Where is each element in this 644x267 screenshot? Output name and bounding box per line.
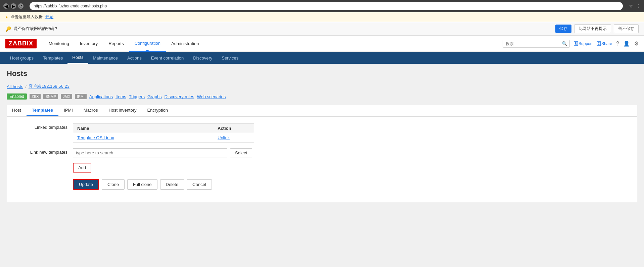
- tab-templates[interactable]: Templates: [27, 105, 58, 116]
- help-button[interactable]: ?: [616, 41, 619, 47]
- tab-ipmi[interactable]: IPMI: [58, 105, 78, 116]
- update-button[interactable]: Update: [73, 179, 99, 190]
- page-content: Hosts All hosts / 客户端192.168.56.23 Enabl…: [0, 64, 644, 232]
- share-icon: 🅉: [597, 41, 601, 46]
- link-new-templates-row: Link new templates Select: [14, 148, 630, 157]
- subnav-templates[interactable]: Templates: [38, 52, 67, 64]
- tab-macros[interactable]: Macros: [78, 105, 103, 116]
- subnav-actions-label: Actions: [127, 55, 142, 61]
- settings-button[interactable]: ⚙: [634, 40, 639, 47]
- subnav-discovery-label: Discovery: [193, 55, 212, 61]
- browser-forward[interactable]: ▶: [11, 3, 16, 9]
- star-icon: ☆: [629, 3, 633, 9]
- no-remind-button[interactable]: 此网站不再提示: [574, 24, 611, 33]
- support-icon: 🅁: [574, 41, 578, 46]
- form-panel: Linked templates Name Action Template OS…: [7, 116, 637, 202]
- subnav-actions[interactable]: Actions: [123, 52, 146, 64]
- fullclone-button[interactable]: Full clone: [127, 179, 157, 190]
- breadcrumb-sep: /: [25, 84, 27, 89]
- browser-icons: ☆ ⋮: [629, 3, 641, 9]
- tip-icon: ●: [5, 15, 8, 20]
- nav-reports[interactable]: Reports: [103, 36, 129, 52]
- link-items[interactable]: Items: [116, 94, 126, 99]
- link-graphs[interactable]: Graphs: [147, 94, 162, 99]
- add-btn-row: Add: [14, 163, 630, 173]
- browser-controls: ◀ ▶ ↺: [3, 3, 24, 9]
- unlink-link[interactable]: Unlink: [218, 135, 230, 140]
- subnav-hosts-label: Hosts: [72, 55, 83, 60]
- tab-host-label: Host: [12, 108, 21, 113]
- tab-host[interactable]: Host: [7, 105, 27, 116]
- subnav-hostgroups[interactable]: Host groups: [5, 52, 38, 64]
- badge-jmx: JMX: [61, 94, 72, 99]
- breadcrumb: All hosts / 客户端192.168.56.23: [7, 83, 637, 89]
- no-save-button[interactable]: 暂不保存: [614, 24, 639, 33]
- tab-bar: Host Templates IPMI Macros Host inventor…: [7, 105, 637, 116]
- nav-inventory[interactable]: Inventory: [75, 36, 103, 52]
- password-bar: 🔑 是否保存该网站的密码？ 保存 此网站不再提示 暂不保存: [0, 22, 644, 36]
- badge-zbx: ZBX: [30, 94, 41, 99]
- unlink-cell: Unlink: [214, 133, 254, 142]
- import-tip-bar: ● 点击这里导入数据 开始: [0, 12, 644, 22]
- clone-button[interactable]: Clone: [102, 179, 125, 190]
- tab-host-inventory[interactable]: Host inventory: [103, 105, 142, 116]
- badge-snmp: SNMP: [43, 94, 58, 99]
- link-new-row: Select: [73, 148, 252, 157]
- template-search-input[interactable]: [73, 148, 227, 157]
- add-button[interactable]: Add: [73, 163, 91, 173]
- url-text: https://zabbix.fuzhenende.com/hosts.php: [34, 4, 107, 8]
- save-password-button[interactable]: 保存: [555, 25, 571, 33]
- search-input[interactable]: [503, 40, 570, 48]
- linked-table-header: Name Action: [73, 124, 254, 133]
- support-link[interactable]: 🅁 Support: [574, 41, 593, 46]
- support-label: Support: [579, 41, 593, 46]
- col-action-header: Action: [214, 124, 254, 133]
- subnav-discovery[interactable]: Discovery: [188, 52, 217, 64]
- share-label: Share: [601, 41, 612, 46]
- breadcrumb-host[interactable]: 客户端192.168.56.23: [29, 83, 70, 89]
- subnav-hosts[interactable]: Hosts: [67, 52, 88, 64]
- subnav-maintenance[interactable]: Maintenance: [88, 52, 123, 64]
- select-button[interactable]: Select: [230, 148, 252, 157]
- action-buttons-row: Update Clone Full clone Delete Cancel: [14, 178, 630, 190]
- link-web-scenarios[interactable]: Web scenarios: [197, 94, 226, 99]
- logo: ZABBIX: [5, 39, 37, 48]
- user-button[interactable]: 👤: [623, 40, 630, 47]
- linked-templates-label: Linked templates: [14, 123, 67, 130]
- action-row: Update Clone Full clone Delete Cancel: [73, 179, 212, 190]
- page-title: Hosts: [7, 69, 637, 78]
- menu-icon: ⋮: [636, 3, 641, 9]
- nav-administration[interactable]: Administration: [166, 36, 204, 52]
- breadcrumb-allhosts[interactable]: All hosts: [7, 84, 23, 89]
- subnav-services[interactable]: Services: [217, 52, 243, 64]
- browser-back[interactable]: ◀: [3, 3, 9, 9]
- add-label-spacer: [14, 163, 67, 164]
- share-link[interactable]: 🅉 Share: [597, 41, 612, 46]
- link-triggers[interactable]: Triggers: [129, 94, 145, 99]
- start-link[interactable]: 开始: [45, 14, 53, 20]
- delete-button[interactable]: Delete: [160, 179, 184, 190]
- col-name-header: Name: [73, 124, 214, 133]
- subnav-templates-label: Templates: [43, 55, 63, 61]
- search-icon: 🔍: [562, 41, 567, 46]
- cancel-button[interactable]: Cancel: [187, 179, 212, 190]
- password-message: 是否保存该网站的密码？: [14, 26, 553, 32]
- link-applications[interactable]: Applications: [89, 94, 113, 99]
- tab-macros-label: Macros: [84, 108, 98, 113]
- link-discovery-rules[interactable]: Discovery rules: [165, 94, 194, 99]
- linked-templates-table: Name Action Template OS Linux Unlink: [73, 123, 254, 143]
- browser-refresh[interactable]: ↺: [18, 3, 24, 9]
- nav-inventory-label: Inventory: [80, 41, 98, 46]
- nav-configuration[interactable]: Configuration: [129, 36, 166, 52]
- subnav-eventcorrelation[interactable]: Event correlation: [146, 52, 189, 64]
- address-bar[interactable]: https://zabbix.fuzhenende.com/hosts.php: [30, 2, 623, 10]
- template-name-link[interactable]: Template OS Linux: [77, 135, 114, 140]
- badge-row: Enabled ZBX SNMP JMX IPMI Applications I…: [7, 93, 637, 100]
- action-spacer: [14, 178, 67, 179]
- template-name-cell: Template OS Linux: [73, 133, 214, 142]
- tab-encryption[interactable]: Encryption: [142, 105, 173, 116]
- linked-templates-row: Linked templates Name Action Template OS…: [14, 123, 630, 143]
- linked-templates-table-wrap: Name Action Template OS Linux Unlink: [73, 123, 254, 143]
- nav-configuration-label: Configuration: [135, 41, 160, 46]
- nav-monitoring[interactable]: Monitoring: [43, 36, 75, 52]
